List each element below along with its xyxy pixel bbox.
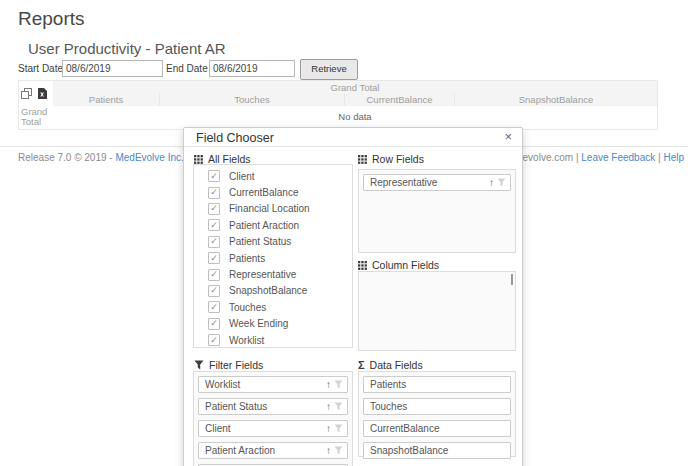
field-checkbox-row[interactable]: ✓Patient Araction [194, 217, 352, 233]
grid-icon [358, 155, 367, 164]
field-chip-worklist[interactable]: Worklist ↑ [198, 376, 348, 393]
field-chip-label: Client [205, 423, 326, 434]
grid-column-header-patients: Patients [53, 93, 160, 107]
field-checkbox-row[interactable]: ✓Financial Location [194, 201, 352, 217]
field-checkbox-row[interactable]: ✓Representative [194, 266, 352, 282]
sort-up-icon[interactable]: ↑ [326, 401, 331, 412]
report-title: User Productivity - Patient AR [28, 40, 226, 57]
row-fields-box[interactable]: Representative ↑ [358, 169, 516, 253]
field-label: Patient Status [229, 236, 291, 247]
checkbox-checked-icon[interactable]: ✓ [208, 252, 220, 264]
data-fields-label: Data Fields [370, 359, 423, 371]
data-fields-box[interactable]: Patients Touches CurrentBalance Snapshot… [358, 371, 516, 457]
field-checkbox-row[interactable]: ✓SnapshotBalance [194, 283, 352, 299]
footer-separator: | [576, 152, 579, 163]
end-date-input[interactable] [209, 60, 295, 77]
grid-icon [358, 261, 367, 270]
field-label: Patients [229, 253, 265, 264]
page-title: Reports [18, 8, 85, 30]
field-chip-currentbalance[interactable]: CurrentBalance [363, 420, 511, 437]
field-chip-label: Touches [370, 401, 506, 412]
filter-funnel-icon[interactable] [497, 178, 506, 187]
footer-release: Release 7.0 © 2019 - MedEvolve Inc. [18, 152, 184, 163]
retrieve-data-button[interactable]: Retrieve Data [300, 59, 358, 80]
grid-icon [194, 155, 203, 164]
field-checkbox-row[interactable]: ✓Touches [194, 299, 352, 315]
filter-funnel-icon[interactable] [334, 424, 343, 433]
grid-grand-total-header: Grand Total [53, 80, 658, 94]
field-label: Touches [229, 302, 266, 313]
field-checkbox-row[interactable]: ✓Patients [194, 250, 352, 266]
checkbox-checked-icon[interactable]: ✓ [208, 203, 220, 215]
field-chip-label: CurrentBalance [370, 423, 506, 434]
footer-separator: | [658, 152, 661, 163]
filter-funnel-icon[interactable] [334, 446, 343, 455]
grid-corner-cell [18, 80, 54, 107]
field-checkbox-row[interactable]: ✓Patient Status [194, 234, 352, 250]
field-chip-touches[interactable]: Touches [363, 398, 511, 415]
checkbox-checked-icon[interactable]: ✓ [208, 318, 220, 330]
sigma-icon: Σ [358, 360, 365, 370]
checkbox-checked-icon[interactable]: ✓ [208, 334, 220, 346]
grid-column-header-currentbalance: CurrentBalance [345, 93, 455, 107]
release-text: Release 7.0 © 2019 - [18, 152, 113, 163]
funnel-icon [194, 360, 204, 370]
checkbox-checked-icon[interactable]: ✓ [208, 301, 220, 313]
field-chip-representative[interactable]: Representative ↑ [363, 174, 511, 191]
field-chip-snapshotbalance[interactable]: SnapshotBalance [363, 442, 511, 459]
field-chip-label: Patient Status [205, 401, 326, 412]
checkbox-checked-icon[interactable]: ✓ [208, 187, 220, 199]
footer-links: lmedevolve.com | Leave Feedback | Help [501, 152, 684, 163]
close-icon[interactable]: × [504, 129, 512, 144]
export-excel-icon[interactable] [37, 88, 47, 99]
company-link[interactable]: MedEvolve Inc. [115, 152, 183, 163]
field-chip-label: Representative [370, 177, 489, 188]
field-label: Patient Araction [229, 220, 299, 231]
row-fields-label: Row Fields [372, 153, 424, 165]
field-checkbox-row[interactable]: ✓Week Ending [194, 316, 352, 332]
field-label: Financial Location [229, 203, 310, 214]
column-fields-scrollbar[interactable] [511, 274, 513, 285]
grid-column-header-snapshotbalance: SnapshotBalance [455, 93, 658, 107]
field-chip-label: Patient Araction [205, 445, 326, 456]
checkbox-checked-icon[interactable]: ✓ [208, 219, 220, 231]
field-checkbox-row[interactable]: ✓CurrentBalance [194, 184, 352, 200]
start-date-label: Start Date [18, 63, 63, 74]
data-fields-header: Σ Data Fields [358, 359, 423, 371]
filter-funnel-icon[interactable] [334, 402, 343, 411]
grid-row-header-grand-total: Grand Total [18, 106, 54, 130]
start-date-input[interactable] [62, 60, 163, 77]
field-label: SnapshotBalance [229, 285, 307, 296]
filter-fields-header: Filter Fields [194, 359, 263, 371]
column-fields-header: Column Fields [358, 259, 439, 271]
checkbox-checked-icon[interactable]: ✓ [208, 269, 220, 281]
row-fields-header: Row Fields [358, 153, 424, 165]
checkbox-checked-icon[interactable]: ✓ [208, 285, 220, 297]
filter-fields-label: Filter Fields [209, 359, 263, 371]
checkbox-checked-icon[interactable]: ✓ [208, 170, 220, 182]
field-label: Week Ending [229, 318, 288, 329]
column-fields-label: Column Fields [372, 259, 439, 271]
field-chip-patient-status[interactable]: Patient Status ↑ [198, 398, 348, 415]
export-report-icon[interactable] [21, 88, 32, 99]
help-link[interactable]: Help [663, 152, 684, 163]
field-chip-label: Worklist [205, 379, 326, 390]
field-chip-client[interactable]: Client ↑ [198, 420, 348, 437]
sort-up-icon[interactable]: ↑ [326, 445, 331, 456]
filter-fields-box[interactable]: Worklist ↑ Patient Status ↑ Client ↑ Pat… [193, 371, 353, 466]
sort-up-icon[interactable]: ↑ [489, 177, 494, 188]
column-fields-box[interactable] [358, 271, 516, 351]
field-checkbox-row[interactable]: ✓Client [194, 168, 352, 184]
sort-up-icon[interactable]: ↑ [326, 423, 331, 434]
field-label: Client [229, 171, 255, 182]
checkbox-checked-icon[interactable]: ✓ [208, 236, 220, 248]
grid-column-header-touches: Touches [160, 93, 345, 107]
filter-funnel-icon[interactable] [334, 380, 343, 389]
field-chip-patients[interactable]: Patients [363, 376, 511, 393]
sort-up-icon[interactable]: ↑ [326, 379, 331, 390]
field-label: Representative [229, 269, 296, 280]
field-chooser-header: Field Chooser × [184, 128, 522, 147]
leave-feedback-link[interactable]: Leave Feedback [581, 152, 655, 163]
field-checkbox-row[interactable]: ✓Worklist [194, 332, 352, 348]
field-chip-patient-araction[interactable]: Patient Araction ↑ [198, 442, 348, 459]
